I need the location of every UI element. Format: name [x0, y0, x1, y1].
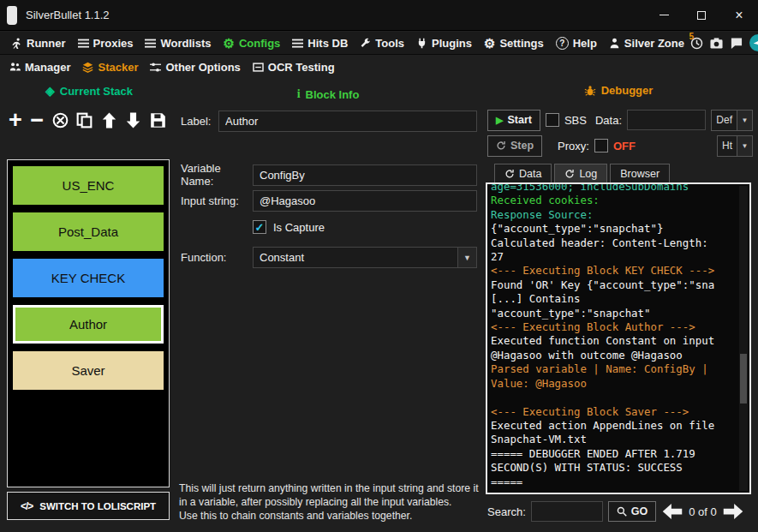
- label-field-label: Label:: [181, 115, 218, 128]
- menu-configs[interactable]: ⚙ Configs: [217, 32, 286, 54]
- tab-label: Browser: [620, 168, 660, 180]
- block-info-panel: i Block Info Label: Variable Name: Input…: [176, 84, 480, 526]
- description-line: Use this to chain constants and variable…: [179, 509, 480, 523]
- window-title: SilverBullet 1.1.2: [26, 9, 110, 21]
- menu-label: Configs: [239, 37, 280, 50]
- start-button[interactable]: ▶ Start: [487, 110, 540, 131]
- menu-tools[interactable]: Tools: [354, 32, 410, 54]
- minimize-button[interactable]: [645, 0, 683, 30]
- title-bar: SilverBullet 1.1.2 ×: [0, 0, 758, 31]
- log-line: Calculated header: Content-Length:: [491, 236, 736, 250]
- tab-data[interactable]: Data: [494, 164, 552, 182]
- switch-to-loliscript-button[interactable]: </> SWITCH TO LOLISCRIPT: [7, 492, 170, 520]
- minimize-icon: [660, 15, 669, 15]
- search-input[interactable]: [531, 501, 603, 522]
- stack-item[interactable]: Saver: [13, 351, 164, 390]
- stack-item[interactable]: Post_Data: [13, 212, 164, 251]
- close-button[interactable]: ×: [720, 0, 758, 30]
- stack-item[interactable]: Author: [13, 305, 164, 344]
- variable-name-input[interactable]: [253, 164, 477, 186]
- menu-label: OCR Testing: [268, 61, 335, 74]
- label-input[interactable]: [218, 111, 477, 132]
- stack-item[interactable]: KEY CHECK: [13, 259, 164, 297]
- tab-other-options[interactable]: Other Options: [144, 56, 246, 79]
- tab-label: Data: [519, 168, 541, 180]
- tab-browser[interactable]: Browser: [610, 164, 670, 182]
- menu-label: Proxies: [93, 37, 134, 50]
- tab-label: Log: [579, 168, 597, 180]
- proxy-checkbox[interactable]: [594, 139, 608, 152]
- save-stack-icon[interactable]: [150, 112, 166, 129]
- tab-ocr-testing[interactable]: OCR Testing: [247, 56, 341, 79]
- stack-item[interactable]: US_ENC: [13, 166, 164, 205]
- tab-log[interactable]: Log: [554, 164, 607, 182]
- move-down-icon[interactable]: [125, 112, 141, 129]
- clear-stack-button[interactable]: [52, 112, 69, 129]
- wrench-icon: [360, 38, 371, 49]
- step-refresh-icon: [496, 140, 506, 151]
- chevron-down-icon[interactable]: ▼: [737, 111, 752, 130]
- block-description: This will just return anything written i…: [179, 481, 480, 523]
- log-line: age=31536000; includeSubDomains: [491, 182, 736, 194]
- log-line: Parsed variable | Name: ConfigBy |: [491, 362, 736, 376]
- current-stack-panel: ◈ Current Stack + − US_ENCPost_DataKEY C…: [7, 84, 171, 524]
- remove-block-button[interactable]: −: [30, 109, 44, 132]
- log-line: [491, 391, 736, 404]
- block-info-title: Block Info: [306, 88, 360, 101]
- search-go-button[interactable]: GO: [608, 501, 656, 522]
- tab-manager[interactable]: Manager: [3, 56, 76, 79]
- tab-stacker[interactable]: Stacker: [76, 56, 144, 79]
- start-label: Start: [507, 114, 531, 126]
- debugger-row-1: ▶ Start SBS Data: Def ▼: [487, 109, 753, 131]
- input-string-input[interactable]: [253, 190, 477, 212]
- debug-data-input[interactable]: [627, 110, 706, 130]
- duplicate-block-button[interactable]: [76, 112, 93, 129]
- check-icon: ✓: [255, 222, 265, 233]
- is-capture-checkbox[interactable]: ✓: [253, 220, 266, 234]
- add-block-button[interactable]: +: [9, 109, 22, 132]
- send-plane-icon[interactable]: [749, 34, 758, 51]
- chevron-down-icon[interactable]: ▼: [737, 136, 752, 156]
- log-line: Executed function Constant on input: [491, 334, 736, 348]
- menu-settings[interactable]: ⚙ Settings: [478, 32, 550, 54]
- log-scrollbar[interactable]: [739, 186, 748, 491]
- log-line: @Hagasoo with outcome @Hagasoo: [491, 349, 736, 362]
- function-select[interactable]: Constant ▼: [253, 247, 477, 268]
- maximize-button[interactable]: [683, 0, 720, 30]
- chevron-down-icon[interactable]: ▼: [457, 248, 476, 267]
- menu-label: Wordlists: [160, 37, 211, 50]
- variable-name-row: Variable Name:: [181, 162, 477, 188]
- log-line: {"account_type":"snapchat"}: [491, 222, 736, 236]
- proxy-type-select[interactable]: Ht ▼: [717, 135, 753, 157]
- window-controls: ×: [645, 0, 758, 30]
- menu-help[interactable]: ? Help: [550, 32, 603, 54]
- proxy-type-value: Ht: [718, 140, 737, 152]
- chat-icon[interactable]: [730, 37, 743, 50]
- menu-label: Stacker: [98, 61, 138, 74]
- menu-runner[interactable]: Runner: [5, 32, 72, 54]
- search-label: Search:: [487, 505, 526, 518]
- menu-hits-db[interactable]: Hits DB: [286, 32, 354, 54]
- log-line: Snapchat-VM.txt: [491, 433, 736, 446]
- previous-match-button[interactable]: [661, 504, 683, 519]
- stack-icon: [82, 62, 93, 73]
- menu-plugins[interactable]: Plugins: [410, 32, 478, 54]
- bug-icon: [584, 85, 596, 97]
- main-menu-bar: Runner Proxies Wordlists ⚙ Configs Hits …: [0, 32, 758, 55]
- next-match-button[interactable]: [722, 504, 744, 519]
- debugger-row-2: Step Proxy: OFF Ht ▼: [487, 134, 753, 157]
- menu-wordlists[interactable]: Wordlists: [139, 32, 217, 54]
- menu-silver-zone[interactable]: Silver Zone 5: [603, 32, 690, 54]
- log-line: <--- Executing Block Author --->: [491, 320, 736, 334]
- camera-icon[interactable]: [710, 37, 723, 50]
- step-button[interactable]: Step: [487, 135, 542, 157]
- current-stack-header: ◈ Current Stack: [7, 84, 171, 98]
- move-up-icon[interactable]: [101, 112, 117, 129]
- refresh-icon: [564, 169, 575, 179]
- menu-proxies[interactable]: Proxies: [72, 32, 140, 54]
- silver-zone-badge: 5: [689, 32, 694, 41]
- data-type-select[interactable]: Def ▼: [711, 110, 753, 131]
- sbs-checkbox[interactable]: [546, 113, 559, 127]
- info-icon: i: [297, 87, 301, 101]
- scrollbar-thumb[interactable]: [740, 354, 747, 403]
